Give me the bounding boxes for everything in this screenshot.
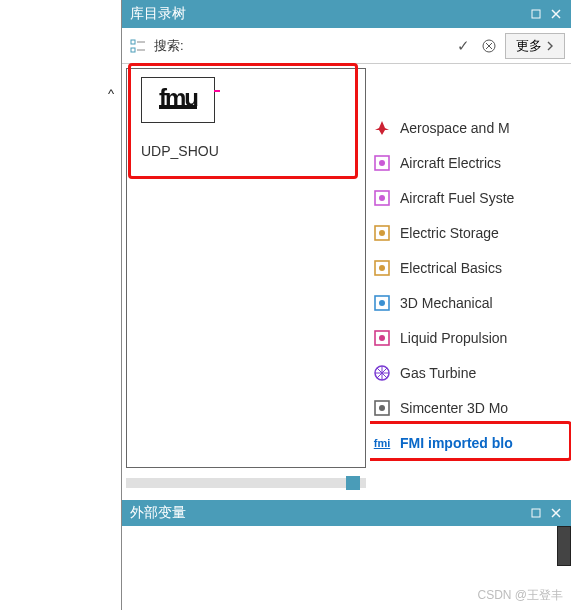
- library-item-electric-storage[interactable]: Electric Storage: [370, 215, 571, 250]
- canvas-wrap: fmu UDP_SHOU: [122, 64, 370, 482]
- svg-point-11: [379, 230, 385, 236]
- library-item-label: 3D Mechanical: [400, 295, 493, 311]
- pin-icon[interactable]: [529, 7, 543, 21]
- library-item-electrical-basics[interactable]: Electrical Basics: [370, 250, 571, 285]
- external-variables-panel: 外部变量: [122, 500, 571, 526]
- more-button[interactable]: 更多: [505, 33, 565, 59]
- gas-turbine-icon: [372, 363, 392, 383]
- library-item-label: Aerospace and M: [400, 120, 510, 136]
- svg-rect-1: [131, 40, 135, 44]
- side-tab-handle[interactable]: [557, 526, 571, 566]
- library-item-label: Electric Storage: [400, 225, 499, 241]
- panel2-title: 外部变量: [130, 504, 523, 522]
- block-canvas[interactable]: fmu UDP_SHOU: [126, 68, 366, 468]
- library-item-fmi-imported[interactable]: fmiFMI imported blo: [370, 425, 571, 460]
- fmu-block-icon: fmu: [141, 77, 215, 123]
- library-tree-panel: 库目录树 搜索: ✓ 更多: [121, 0, 571, 610]
- library-item-aerospace[interactable]: Aerospace and M: [370, 110, 571, 145]
- fmu-block-label: UDP_SHOU: [141, 143, 225, 159]
- panel-header-library: 库目录树: [122, 0, 571, 28]
- search-label: 搜索:: [154, 37, 184, 55]
- library-item-label: Aircraft Fuel Syste: [400, 190, 514, 206]
- library-item-gas-turbine[interactable]: Gas Turbine: [370, 355, 571, 390]
- svg-point-7: [379, 160, 385, 166]
- panel-header-external: 外部变量: [122, 500, 571, 526]
- close-icon[interactable]: [549, 7, 563, 21]
- svg-rect-0: [532, 10, 540, 18]
- fmu-logo-text: fmu: [159, 91, 197, 109]
- svg-rect-2: [131, 48, 135, 52]
- panel-title: 库目录树: [130, 5, 523, 23]
- panel-body: fmu UDP_SHOU Aerospace and MAircraft Ele…: [122, 64, 571, 482]
- search-input[interactable]: [190, 38, 447, 53]
- library-item-3d-mechanical[interactable]: 3D Mechanical: [370, 285, 571, 320]
- svg-point-15: [379, 300, 385, 306]
- library-item-label: Simcenter 3D Mo: [400, 400, 508, 416]
- fmi-imported-icon: fmi: [372, 433, 392, 453]
- library-item-label: Aircraft Electrics: [400, 155, 501, 171]
- electrical-basics-icon: [372, 258, 392, 278]
- svg-point-17: [379, 335, 385, 341]
- close-icon[interactable]: [549, 506, 563, 520]
- pin-icon[interactable]: [529, 506, 543, 520]
- liquid-propulsion-icon: [372, 328, 392, 348]
- library-item-label: FMI imported blo: [400, 435, 513, 451]
- library-item-simcenter-3d[interactable]: Simcenter 3D Mo: [370, 390, 571, 425]
- tree-view-icon[interactable]: [128, 38, 148, 54]
- chevron-right-icon: [546, 41, 554, 51]
- aerospace-icon: [372, 118, 392, 138]
- aircraft-electrics-icon: [372, 153, 392, 173]
- library-list: Aerospace and MAircraft ElectricsAircraf…: [370, 64, 571, 482]
- confirm-search-icon[interactable]: ✓: [453, 37, 473, 55]
- aircraft-fuel-icon: [372, 188, 392, 208]
- library-item-liquid-propulsion[interactable]: Liquid Propulsion: [370, 320, 571, 355]
- svg-point-13: [379, 265, 385, 271]
- collapse-caret[interactable]: ^: [108, 86, 114, 101]
- svg-point-20: [379, 405, 385, 411]
- horizontal-scrollbar[interactable]: [126, 478, 366, 488]
- fmu-block[interactable]: fmu UDP_SHOU: [141, 77, 225, 159]
- library-item-aircraft-electrics[interactable]: Aircraft Electrics: [370, 145, 571, 180]
- library-item-label: Gas Turbine: [400, 365, 476, 381]
- svg-rect-21: [532, 509, 540, 517]
- svg-point-9: [379, 195, 385, 201]
- clear-search-icon[interactable]: [479, 39, 499, 53]
- library-item-aircraft-fuel[interactable]: Aircraft Fuel Syste: [370, 180, 571, 215]
- library-item-label: Electrical Basics: [400, 260, 502, 276]
- more-button-label: 更多: [516, 37, 542, 55]
- watermark: CSDN @王登丰: [477, 587, 563, 604]
- library-item-label: Liquid Propulsion: [400, 330, 507, 346]
- search-bar: 搜索: ✓ 更多: [122, 28, 571, 64]
- simcenter-3d-icon: [372, 398, 392, 418]
- 3d-mechanical-icon: [372, 293, 392, 313]
- electric-storage-icon: [372, 223, 392, 243]
